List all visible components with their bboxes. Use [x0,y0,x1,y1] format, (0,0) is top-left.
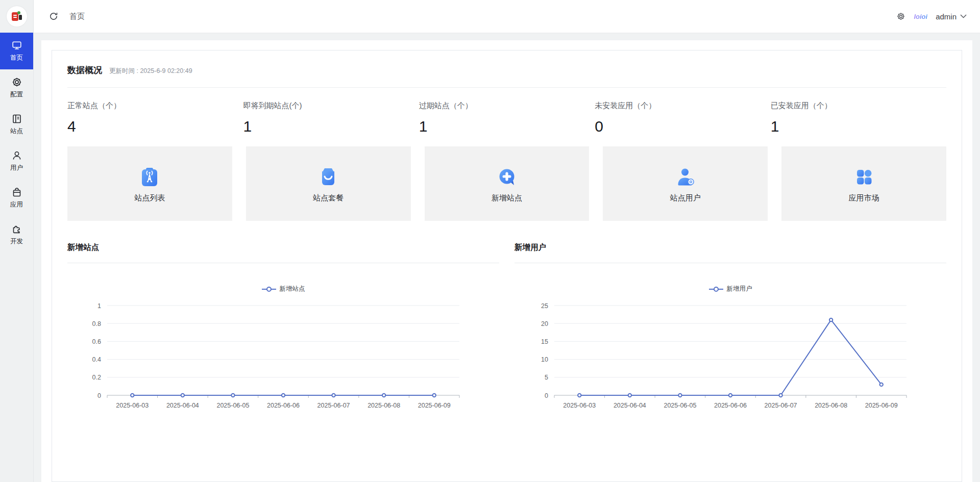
stats-row: 正常站点（个） 4 即将到期站点(个) 1 过期站点（个） 1 [67,88,946,138]
legend-label: 新增用户 [727,285,752,293]
svg-text:2025-06-06: 2025-06-06 [714,402,747,409]
brand-text: loioi [914,13,927,20]
shortcut-site-list[interactable]: 站点列表 [67,146,232,221]
site-list-icon [137,165,162,189]
svg-text:0.6: 0.6 [92,338,101,345]
shortcut-label: 新增站点 [492,193,522,203]
sidebar-item-config[interactable]: 配置 [0,69,33,106]
stat-value: 1 [243,118,419,135]
page-title: 数据概况 [67,64,102,76]
chart-legend[interactable]: 新增站点 [67,285,499,293]
app-market-icon [852,165,876,189]
svg-text:2025-06-03: 2025-06-03 [563,402,596,409]
sidebar-item-users[interactable]: 用户 [0,143,33,180]
svg-text:20: 20 [541,320,548,327]
gear-icon [896,12,905,21]
divider [67,263,499,263]
svg-text:0.8: 0.8 [92,320,101,327]
page-content: 数据概况 更新时间 : 2025-6-9 02:20:49 正常站点（个） 4 … [34,33,980,482]
shortcut-label: 应用市场 [849,193,879,203]
divider [514,263,946,263]
svg-text:2025-06-05: 2025-06-05 [664,402,696,409]
sidebar-item-label: 应用 [10,200,23,209]
chart-new-users: 新增用户 新增用户 05101520252025-06-032025- [514,242,946,421]
svg-text:2025-06-07: 2025-06-07 [765,402,797,409]
user-icon [11,150,22,161]
svg-text:25: 25 [541,302,548,310]
sidebar-item-sites[interactable]: 站点 [0,106,33,143]
user-menu[interactable]: admin [936,12,967,21]
settings-button[interactable] [896,12,905,21]
content-panel: 数据概况 更新时间 : 2025-6-9 02:20:49 正常站点（个） 4 … [41,40,972,482]
username: admin [936,12,957,21]
shortcut-app-market[interactable]: 应用市场 [781,146,946,221]
sidebar-item-label: 站点 [10,127,23,136]
svg-text:2025-06-04: 2025-06-04 [614,402,646,409]
stat-installed-apps: 已安装应用（个） 1 [771,101,946,135]
svg-text:2025-06-08: 2025-06-08 [815,402,847,409]
site-package-icon [316,165,340,189]
svg-text:0: 0 [97,392,101,399]
brand-logo[interactable] [0,0,33,33]
sidebar-item-apps[interactable]: 应用 [0,180,33,216]
sidebar-item-home[interactable]: 首页 [0,33,33,69]
sidebar-item-label: 开发 [10,237,23,246]
stat-normal-sites: 正常站点（个） 4 [67,101,243,135]
shortcut-label: 站点用户 [670,193,701,203]
sidebar-item-label: 配置 [10,90,23,99]
stat-value: 1 [771,118,946,135]
svg-text:1: 1 [97,302,101,310]
gear-icon [11,77,22,88]
shortcut-site-package[interactable]: 站点套餐 [246,146,411,221]
legend-marker-icon [709,286,723,292]
sidebar-item-label: 用户 [10,164,23,172]
sidebar-item-label: 首页 [10,54,23,62]
site-doc-icon [11,113,22,124]
svg-text:0.4: 0.4 [92,356,101,363]
stat-value: 0 [595,118,770,135]
stat-value: 4 [67,118,243,135]
add-site-icon [495,165,519,189]
app-root: 首页 配置 站点 用户 [0,0,980,482]
stat-uninstalled-apps: 未安装应用（个） 0 [595,101,770,135]
shortcut-label: 站点列表 [134,193,165,203]
refresh-icon [49,12,58,21]
shortcut-label: 站点套餐 [313,193,344,203]
svg-text:2025-06-03: 2025-06-03 [116,402,149,409]
monitor-icon [11,40,22,51]
line-chart: 00.20.40.60.812025-06-032025-06-042025-0… [67,297,499,421]
svg-text:2025-06-09: 2025-06-09 [418,402,451,409]
line-chart: 05101520252025-06-032025-06-042025-06-05… [514,297,946,421]
stat-label: 正常站点（个） [67,101,243,111]
site-users-icon [673,165,698,189]
shortcut-add-site[interactable]: 新增站点 [425,146,590,221]
svg-text:2025-06-09: 2025-06-09 [865,402,898,409]
brand-logo-icon [7,6,27,27]
shortcut-site-users[interactable]: 站点用户 [603,146,768,221]
sidebar-nav: 首页 配置 站点 用户 [0,33,33,253]
chevron-down-icon [960,14,967,18]
svg-text:10: 10 [541,356,548,363]
breadcrumb[interactable]: 首页 [69,12,85,21]
svg-text:5: 5 [545,374,548,381]
stat-expired-sites: 过期站点（个） 1 [419,101,595,135]
svg-text:2025-06-08: 2025-06-08 [368,402,400,409]
main-area: 首页 loioi admin [34,0,980,482]
chart-legend[interactable]: 新增用户 [514,285,946,293]
chart-title: 新增用户 [514,242,946,253]
overview-header: 数据概况 更新时间 : 2025-6-9 02:20:49 [67,50,946,88]
sidebar-item-dev[interactable]: 开发 [0,216,33,253]
sidebar: 首页 配置 站点 用户 [0,0,34,482]
chart-title: 新增站点 [67,242,499,253]
legend-marker-icon [262,286,276,292]
charts-row: 新增站点 新增站点 00.20.40.60.812025-06-032 [67,242,946,421]
bag-icon [11,187,22,198]
stat-label: 过期站点（个） [419,101,595,111]
topbar: 首页 loioi admin [34,0,980,33]
stat-label: 未安装应用（个） [595,101,770,111]
svg-text:2025-06-06: 2025-06-06 [267,402,300,409]
svg-text:15: 15 [541,338,548,345]
refresh-button[interactable] [49,12,58,21]
stat-value: 1 [419,118,595,135]
svg-text:0.2: 0.2 [92,374,101,381]
